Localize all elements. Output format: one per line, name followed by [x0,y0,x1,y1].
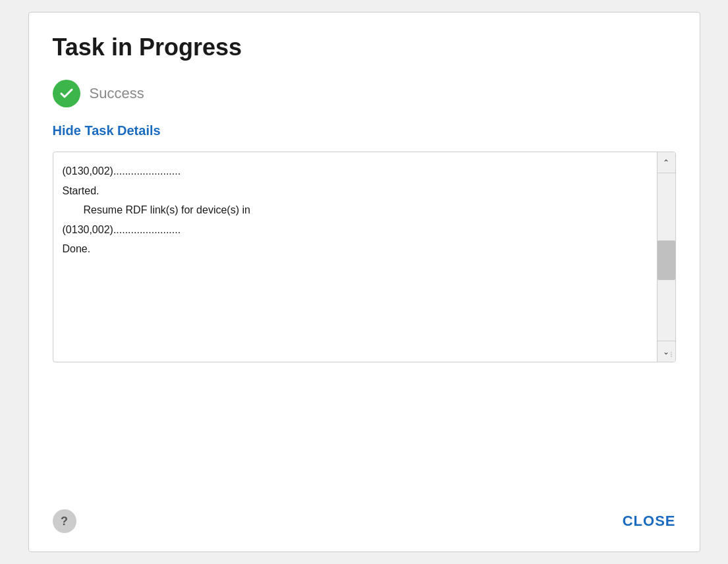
log-line-5: Done. [63,240,648,258]
task-details-box: (0130,002)....................... Starte… [53,152,676,362]
dialog-footer: ? CLOSE [53,499,676,533]
log-line-4: (0130,002)....................... [63,221,648,239]
close-button[interactable]: CLOSE [623,513,676,530]
task-details-content: (0130,002)....................... Starte… [53,152,657,362]
log-line-3: Resume RDF link(s) for device(s) in [63,202,648,219]
scroll-track [658,173,675,341]
scroll-up-button[interactable]: ⌃ [658,152,675,173]
task-in-progress-dialog: Task in Progress Success Hide Task Detai… [28,12,700,552]
hide-task-details-link[interactable]: Hide Task Details [53,123,676,138]
dialog-title: Task in Progress [53,34,676,61]
scroll-thumb [658,240,675,280]
resize-handle-icon: ⁝ [670,350,673,359]
log-line-2: Started. [63,183,648,200]
status-row: Success [53,80,676,107]
scrollbar: ⌃ ⌄ [657,152,675,362]
success-icon [53,80,80,107]
help-icon[interactable]: ? [53,509,76,533]
status-text: Success [90,85,144,102]
log-line-1: (0130,002)....................... [63,163,648,180]
